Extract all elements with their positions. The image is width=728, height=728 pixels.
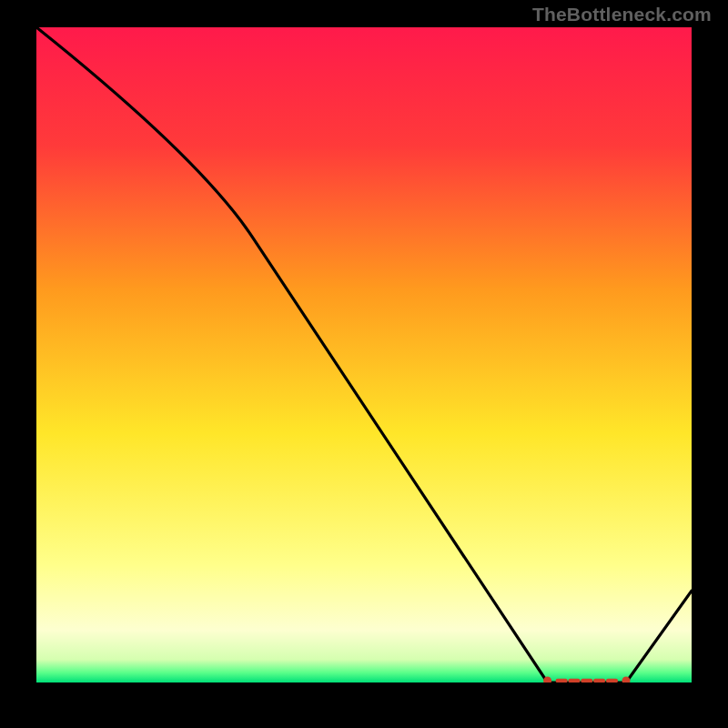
- watermark-text: TheBottleneck.com: [532, 4, 712, 25]
- chart-svg: [36, 27, 692, 682]
- chart-background-gradient: [36, 27, 692, 682]
- chart-plot-area: [36, 27, 692, 682]
